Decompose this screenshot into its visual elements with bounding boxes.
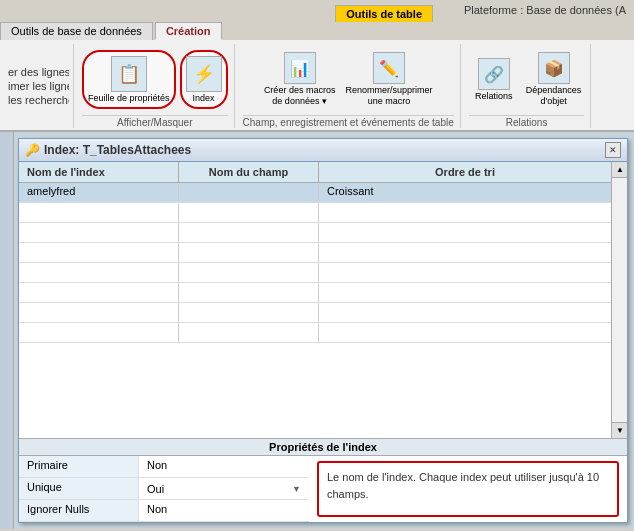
property-value-primaire[interactable]: Non	[139, 456, 309, 477]
group-label-afficher: Afficher/Masquer	[82, 115, 228, 128]
table-row[interactable]	[19, 283, 611, 303]
property-label-primaire: Primaire	[19, 456, 139, 477]
tab-creation[interactable]: Création	[155, 22, 222, 40]
table-row[interactable]	[19, 263, 611, 283]
dropdown-arrow-unique: ▼	[292, 484, 301, 494]
index-table-body: amelyfred Croissant	[19, 183, 611, 438]
index-titlebar: 🔑 Index: T_TablesAttachees ✕	[19, 139, 627, 162]
table-row[interactable]	[19, 323, 611, 343]
col-nom-index: Nom de l'index	[19, 162, 179, 182]
table-row[interactable]: amelyfred Croissant	[19, 183, 611, 203]
left-panel-item-3[interactable]: les recherches	[8, 93, 69, 107]
outils-de-table-tab[interactable]: Outils de table	[335, 5, 433, 22]
feuille-proprietes-button[interactable]: 📋 Feuille de propriétés	[82, 50, 176, 110]
group-label-relations: Relations	[469, 115, 585, 128]
property-description: Le nom de l'index. Chaque index peut uti…	[317, 461, 619, 517]
property-row-primaire: Primaire Non	[19, 456, 309, 478]
left-panel-item-1[interactable]: er des lignes	[8, 65, 69, 79]
property-row-ignorer: Ignorer Nulls Non	[19, 500, 309, 522]
dependances-button[interactable]: 📦 Dépendancesd'objet	[523, 49, 585, 110]
index-icon: 🔑	[25, 143, 40, 157]
properties-fields: Primaire Non Unique Oui ▼	[19, 456, 309, 522]
property-value-unique[interactable]: Oui ▼	[139, 478, 309, 499]
property-row-unique: Unique Oui ▼	[19, 478, 309, 500]
property-label-ignorer: Ignorer Nulls	[19, 500, 139, 521]
index-window: 🔑 Index: T_TablesAttachees ✕ Nom de l'in…	[18, 138, 628, 523]
col-nom-champ: Nom du champ	[179, 162, 319, 182]
properties-section: Propriétés de l'index Primaire Non	[19, 438, 627, 522]
vertical-scrollbar[interactable]: ▲ ▼	[611, 162, 627, 438]
relations-button[interactable]: 🔗 Relations	[469, 55, 519, 104]
close-button[interactable]: ✕	[605, 142, 621, 158]
left-panel-item-2[interactable]: imer les lignes	[8, 79, 69, 93]
property-label-unique: Unique	[19, 478, 139, 499]
property-value-ignorer[interactable]: Non	[139, 500, 309, 521]
index-table-header: Nom de l'index Nom du champ Ordre de tri	[19, 162, 611, 183]
index-title: Index: T_TablesAttachees	[44, 143, 191, 157]
properties-header: Propriétés de l'index	[19, 439, 627, 456]
scroll-down-btn[interactable]: ▼	[612, 422, 627, 438]
group-label-champ: Champ, enregistrement et événements de t…	[243, 115, 454, 128]
col-ordre-tri: Ordre de tri	[319, 162, 611, 182]
tab-outils-db[interactable]: Outils de base de données	[0, 22, 153, 40]
table-row[interactable]	[19, 203, 611, 223]
creer-macros-button[interactable]: 📊 Créer des macrosde données ▾	[261, 49, 339, 110]
index-button[interactable]: ⚡ Index	[180, 50, 228, 109]
scroll-up-btn[interactable]: ▲	[612, 162, 627, 178]
platform-info: Plateforme : Base de données (A	[464, 4, 626, 16]
table-row[interactable]	[19, 243, 611, 263]
renommer-supprimer-button[interactable]: ✏️ Renommer/supprimerune macro	[342, 49, 435, 110]
table-row[interactable]	[19, 303, 611, 323]
table-row[interactable]	[19, 223, 611, 243]
